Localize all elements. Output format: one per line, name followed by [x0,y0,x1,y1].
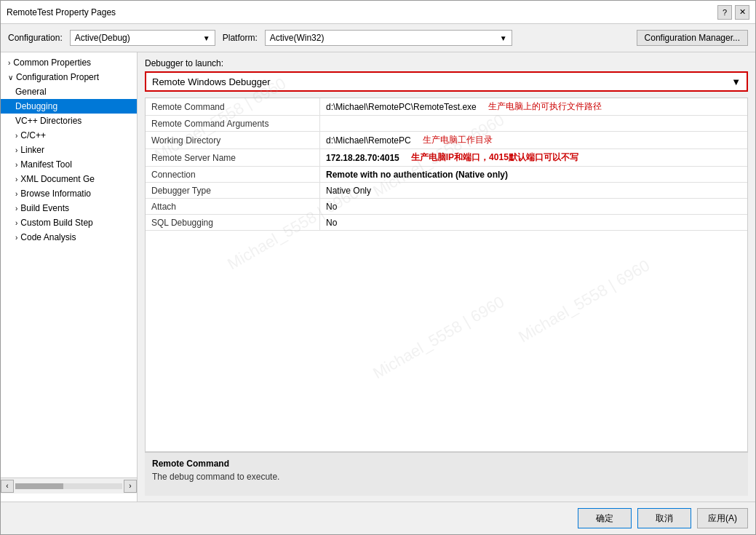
sidebar-item-label: C/C++ [20,130,46,140]
title-bar: RemoteTest Property Pages ? ✕ [1,1,755,24]
sidebar-item-c-cpp[interactable]: › C/C++ [1,128,137,143]
sidebar-item-label: XML Document Ge [20,174,95,184]
debugger-dropdown[interactable]: Remote Windows Debugger ▼ [145,71,748,92]
prop-name-debugger-type: Debugger Type [146,183,320,198]
main-window: RemoteTest Property Pages ? ✕ Configurat… [0,0,756,535]
table-row: Connection Remote with no authentication… [146,167,747,183]
sidebar-item-code-analysis[interactable]: › Code Analysis [1,230,137,245]
sidebar-item-label: Common Properties [13,58,91,68]
platform-dropdown-value: Active(Win32) [270,33,325,43]
sidebar-item-label: VC++ Directories [15,116,81,126]
sidebar-item-label: Configuration Propert [16,72,99,82]
sidebar-item-common-properties[interactable]: › Common Properties [1,55,137,70]
apply-button[interactable]: 应用(A) [697,508,748,528]
sidebar-item-label: Build Events [20,203,69,213]
chevron-right-icon: › [15,132,17,140]
prop-value-connection: Remote with no authentication (Native on… [320,167,747,182]
prop-name-sql-debugging: SQL Debugging [146,215,320,230]
bottom-desc-text: The debug command to execute. [152,472,741,482]
cancel-button[interactable]: 取消 [637,508,691,528]
sidebar-item-label: Code Analysis [20,232,76,242]
scrollbar-thumb[interactable] [15,483,63,489]
chevron-down-icon: ∨ [8,74,13,82]
prop-name-attach: Attach [146,199,320,214]
sidebar-item-label: Custom Build Step [20,218,92,228]
properties-table: Remote Command d:\Michael\RemotePC\Remot… [145,98,748,452]
right-panel: Michael_5558 | 6960 Michael_5558 | 6960 … [138,52,755,502]
sidebar-item-debugging[interactable]: Debugging [1,99,137,114]
prop-name-remote-command: Remote Command [146,98,320,115]
close-button[interactable]: ✕ [735,5,749,20]
sidebar-item-vc-directories[interactable]: VC++ Directories [1,114,137,128]
title-controls: ? ✕ [717,5,749,20]
sidebar-item-custom-build-step[interactable]: › Custom Build Step [1,215,137,230]
prop-value-sql-debugging: No [320,215,747,230]
sidebar-item-xml-document[interactable]: › XML Document Ge [1,172,137,186]
sidebar-item-general[interactable]: General [1,84,137,99]
annotation-remote-command: 生产电脑上的可执行文件路径 [488,100,602,113]
ok-button[interactable]: 确定 [578,508,632,528]
table-row: Remote Command Arguments [146,116,747,132]
chevron-right-icon: › [15,161,17,169]
prop-value-remote-command-args [320,116,747,131]
debugger-dropdown-arrow-icon: ▼ [731,76,741,87]
footer: 确定 取消 应用(A) [1,502,755,534]
chevron-right-icon: › [15,234,17,242]
platform-dropdown[interactable]: Active(Win32) ▼ [265,30,512,46]
prop-name-remote-command-args: Remote Command Arguments [146,116,320,131]
sidebar: › Common Properties ∨ Configuration Prop… [1,52,138,502]
sidebar-item-manifest-tool[interactable]: › Manifest Tool [1,157,137,172]
sidebar-item-label: Manifest Tool [20,159,71,170]
config-label: Configuration: [8,33,63,43]
chevron-right-icon: › [15,205,17,213]
sidebar-item-label: Linker [20,145,44,155]
prop-name-connection: Connection [146,167,320,182]
sidebar-item-label: Browse Informatio [20,189,91,199]
prop-value-attach: No [320,199,747,214]
scroll-right-button[interactable]: › [124,480,137,493]
help-button[interactable]: ? [717,5,732,20]
config-dropdown[interactable]: Active(Debug) ▼ [70,30,215,46]
window-title: RemoteTest Property Pages [7,7,116,17]
config-manager-button[interactable]: Configuration Manager... [637,30,748,46]
bottom-description: Remote Command The debug command to exec… [145,452,748,496]
sidebar-item-build-events[interactable]: › Build Events [1,201,137,215]
annotation-working-dir: 生产电脑工作目录 [423,134,493,146]
prop-value-debugger-type: Native Only [320,183,747,198]
main-content: › Common Properties ∨ Configuration Prop… [1,52,755,502]
bottom-desc-title: Remote Command [152,459,741,469]
table-row: Attach No [146,199,747,215]
scrollbar-track [15,483,122,489]
config-dropdown-arrow-icon: ▼ [203,34,210,42]
prop-value-working-dir: d:\Michael\RemotePC 生产电脑工作目录 [320,132,747,148]
table-empty-space [146,231,747,376]
sidebar-item-browse-information[interactable]: › Browse Informatio [1,186,137,201]
sidebar-item-linker[interactable]: › Linker [1,143,137,157]
chevron-right-icon: › [15,175,17,183]
scroll-left-button[interactable]: ‹ [1,480,14,493]
prop-name-working-dir: Working Directory [146,132,320,148]
table-row: Remote Command d:\Michael\RemotePC\Remot… [146,98,747,116]
prop-value-remote-command: d:\Michael\RemotePC\RemoteTest.exe 生产电脑上… [320,98,747,115]
chevron-right-icon: › [15,219,17,227]
sidebar-item-label: General [15,87,47,97]
chevron-right-icon: › [15,146,17,154]
debugger-dropdown-value: Remote Windows Debugger [152,76,271,87]
debugger-launch-label: Debugger to launch: [138,52,755,71]
chevron-right-icon: › [15,190,17,198]
annotation-remote-server: 生产电脑IP和端口，4015默认端口可以不写 [411,151,578,164]
sidebar-item-label: Debugging [15,101,57,111]
config-row: Configuration: Active(Debug) ▼ Platform:… [1,24,755,52]
prop-value-remote-server: 172.18.28.70:4015 生产电脑IP和端口，4015默认端口可以不写 [320,149,747,166]
table-row: Remote Server Name 172.18.28.70:4015 生产电… [146,149,747,167]
sidebar-item-configuration-properties[interactable]: ∨ Configuration Propert [1,70,137,84]
debugger-dropdown-wrapper: Remote Windows Debugger ▼ [138,71,755,98]
prop-name-remote-server: Remote Server Name [146,149,320,166]
table-row: SQL Debugging No [146,215,747,231]
chevron-right-icon: › [8,59,10,67]
platform-label: Platform: [223,33,258,43]
table-row: Working Directory d:\Michael\RemotePC 生产… [146,132,747,149]
sidebar-scrollbar: ‹ › [1,477,138,494]
table-row: Debugger Type Native Only [146,183,747,199]
platform-dropdown-arrow-icon: ▼ [500,34,507,42]
